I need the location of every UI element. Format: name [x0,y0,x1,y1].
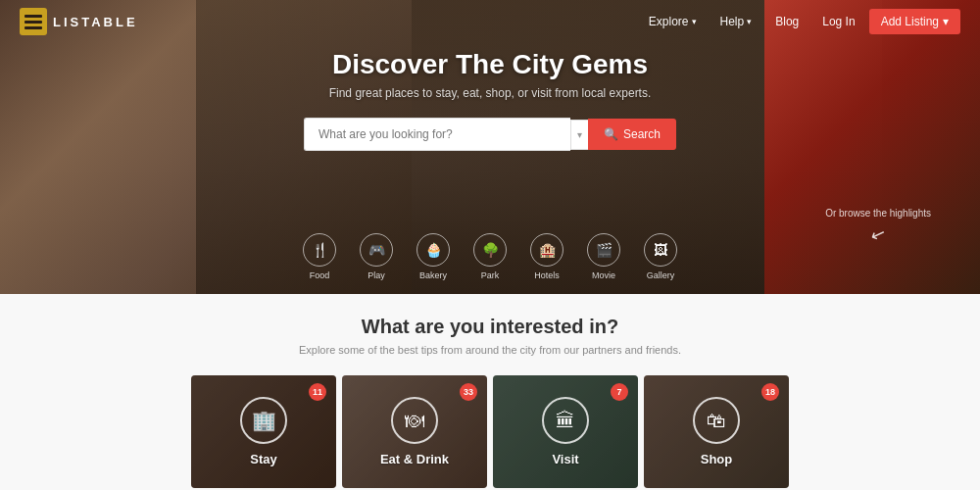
search-bar: ▾ 🔍 Search [304,118,676,151]
category-icon-hotels: 🏨 [530,233,564,267]
nav-explore[interactable]: Explore ▾ [639,9,707,34]
browse-highlights: Or browse the highlights ↙ [825,207,931,245]
card-overlay: 33 🍽 Eat & Drink [342,375,487,488]
category-icon-food: 🍴 [303,233,336,267]
category-label-gallery: Gallery [647,270,675,280]
category-label-play: Play [368,270,385,280]
category-icon-bakery: 🧁 [416,233,450,267]
hero-section: LISTABLE Explore ▾ Help ▾ Blog Log In Ad… [0,0,980,294]
card-icon: 🍽 [391,397,438,444]
category-label-hotels: Hotels [534,270,560,280]
brand-name: LISTABLE [53,15,138,29]
card-label: Visit [552,452,578,466]
card-label: Shop [701,452,733,466]
card-overlay: 7 🏛 Visit [493,375,638,488]
interests-title: What are you interested in? [362,316,618,338]
logo-icon [20,8,47,35]
search-input[interactable] [304,118,570,151]
category-item-movie[interactable]: 🎬 Movie [587,233,620,280]
category-icon-park: 🌳 [473,233,507,267]
category-icon-play: 🎮 [360,233,393,267]
browse-highlights-label: Or browse the highlights [825,207,931,220]
interest-card-shop[interactable]: 18 🛍 Shop [644,375,789,488]
category-item-play[interactable]: 🎮 Play [360,233,393,280]
category-icon-gallery: 🖼 [644,233,677,267]
category-item-park[interactable]: 🌳 Park [473,233,507,280]
category-icons-row: 🍴 Food 🎮 Play 🧁 Bakery 🌳 Park 🏨 Hotels 🎬… [303,233,677,280]
card-label: Eat & Drink [380,452,449,466]
card-badge: 11 [309,383,326,401]
search-button[interactable]: 🔍 Search [588,119,676,150]
category-label-movie: Movie [592,270,615,280]
chevron-down-icon: ▾ [692,17,697,26]
card-icon: 🏢 [240,397,287,444]
brand-logo[interactable]: LISTABLE [20,8,138,35]
category-item-food[interactable]: 🍴 Food [303,233,336,280]
chevron-down-icon: ▾ [943,15,949,28]
navbar: LISTABLE Explore ▾ Help ▾ Blog Log In Ad… [0,0,980,43]
hero-content: Discover The City Gems Find great places… [0,49,980,151]
nav-blog[interactable]: Blog [765,9,808,34]
interests-section: What are you interested in? Explore some… [0,294,980,490]
category-item-gallery[interactable]: 🖼 Gallery [644,233,677,280]
category-item-hotels[interactable]: 🏨 Hotels [530,233,564,280]
card-badge: 7 [611,383,628,401]
chevron-down-icon: ▾ [747,17,752,26]
card-icon: 🏛 [542,397,589,444]
search-icon: 🔍 [604,127,618,141]
search-dropdown-arrow[interactable]: ▾ [570,120,588,150]
interest-card-stay[interactable]: 11 🏢 Stay [191,375,336,488]
nav-links: Explore ▾ Help ▾ Blog Log In Add Listing… [639,9,960,34]
card-overlay: 18 🛍 Shop [644,375,789,488]
card-badge: 18 [761,383,779,401]
interest-card-eat-drink[interactable]: 33 🍽 Eat & Drink [342,375,487,488]
card-badge: 33 [460,383,477,401]
category-label-bakery: Bakery [419,270,447,280]
category-label-park: Park [481,270,500,280]
interests-subtitle: Explore some of the best tips from aroun… [299,344,681,356]
hero-title: Discover The City Gems [332,49,648,80]
category-cards: 11 🏢 Stay 33 🍽 Eat & Drink 7 🏛 Visit 18 [191,375,789,488]
category-icon-movie: 🎬 [587,233,620,267]
nav-help[interactable]: Help ▾ [710,9,762,34]
card-overlay: 11 🏢 Stay [191,375,336,488]
nav-login[interactable]: Log In [812,9,864,34]
category-item-bakery[interactable]: 🧁 Bakery [416,233,450,280]
hero-subtitle: Find great places to stay, eat, shop, or… [329,86,652,100]
category-label-food: Food [310,270,330,280]
arrow-icon: ↙ [867,221,889,247]
card-icon: 🛍 [693,397,740,444]
card-label: Stay [250,452,276,466]
add-listing-button[interactable]: Add Listing ▾ [869,9,960,34]
interest-card-visit[interactable]: 7 🏛 Visit [493,375,638,488]
